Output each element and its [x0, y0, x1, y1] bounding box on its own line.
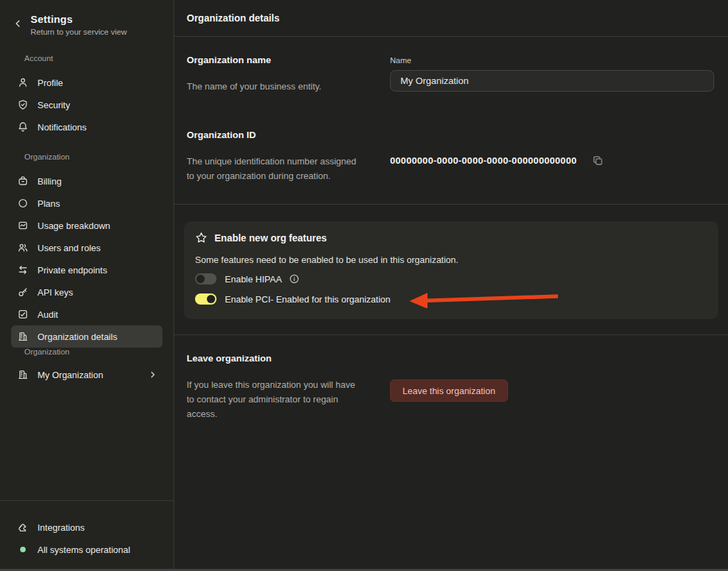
- hipaa-toggle-row: Enable HIPAA: [195, 271, 707, 287]
- sidebar-item-label: Security: [37, 100, 70, 110]
- leave-org-title: Leave organization: [187, 353, 365, 364]
- org-name-section: Organization name The name of your busin…: [187, 55, 714, 94]
- sidebar-item-usage-breakdown[interactable]: Usage breakdown: [11, 214, 162, 237]
- integrations-link[interactable]: Integrations: [11, 516, 162, 538]
- leave-org-button[interactable]: Leave this organization: [390, 380, 508, 402]
- sidebar-item-profile[interactable]: Profile: [11, 71, 162, 94]
- audit-icon: [17, 309, 28, 320]
- billing-icon: [17, 176, 28, 187]
- chevron-left-icon[interactable]: [14, 19, 22, 36]
- org-switcher[interactable]: My Organization: [11, 364, 162, 386]
- settings-subtitle[interactable]: Return to your service view: [31, 28, 127, 36]
- org-switcher-section: Organization My Organization: [0, 348, 173, 386]
- sidebar-item-billing[interactable]: Billing: [11, 170, 162, 192]
- sidebar-item-label: Private endpoints: [37, 265, 107, 275]
- annotation-arrow-icon: [408, 290, 561, 308]
- sidebar-item-label: Audit: [37, 309, 58, 320]
- building-icon: [17, 331, 28, 342]
- hipaa-toggle[interactable]: [195, 273, 217, 284]
- leave-org-description: If you leave this organization you will …: [187, 377, 365, 421]
- building-icon: [17, 369, 28, 380]
- sidebar-item-api-keys[interactable]: API keys: [11, 281, 162, 303]
- org-id-description: The unique identification number assigne…: [187, 154, 365, 183]
- sidebar-header: Settings Return to your service view: [0, 0, 173, 36]
- org-id-title: Organization ID: [187, 130, 365, 140]
- name-field-label: Name: [390, 56, 714, 65]
- circle-icon: [17, 198, 28, 209]
- org-id-value: 00000000-0000-0000-0000-000000000000: [390, 155, 577, 166]
- divider: [174, 204, 728, 205]
- hipaa-toggle-label: Enable HIPAA: [225, 274, 282, 284]
- sidebar-footer: Integrations All systems operational: [0, 500, 173, 561]
- org-switcher-value: My Organization: [37, 370, 103, 380]
- features-title: Enable new org features: [214, 232, 327, 244]
- section-label-organization: Organization: [0, 153, 173, 161]
- integrations-label: Integrations: [37, 522, 85, 533]
- settings-title: Settings: [31, 13, 127, 25]
- org-name-input[interactable]: [390, 70, 714, 92]
- star-icon: [195, 232, 208, 244]
- sidebar-item-label: Notifications: [37, 122, 87, 133]
- org-name-title: Organization name: [187, 55, 365, 65]
- copy-icon[interactable]: [592, 155, 604, 167]
- sidebar-item-private-endpoints[interactable]: Private endpoints: [11, 259, 162, 281]
- bell-icon: [17, 121, 28, 133]
- sidebar-item-label: Profile: [37, 78, 63, 88]
- pci-toggle-row: Enable PCI- Enabled for this organizatio…: [195, 291, 707, 307]
- sidebar-item-label: Organization details: [37, 332, 117, 342]
- status-label: All systems operational: [37, 545, 130, 555]
- chevron-right-icon: [149, 371, 156, 378]
- sidebar: Settings Return to your service view Acc…: [0, 0, 174, 571]
- divider: [174, 334, 728, 335]
- sidebar-item-notifications[interactable]: Notifications: [11, 116, 162, 138]
- features-description: Some features need to be enabled to be u…: [195, 255, 707, 265]
- pci-toggle-label: Enable PCI- Enabled for this organizatio…: [225, 294, 390, 305]
- page-title: Organization details: [174, 0, 728, 37]
- info-icon[interactable]: [289, 273, 300, 284]
- account-nav: Profile Security Notifications: [0, 71, 173, 138]
- sidebar-item-label: Billing: [37, 176, 62, 187]
- org-name-description: The name of your business entity.: [187, 79, 365, 94]
- pci-toggle[interactable]: [195, 293, 217, 305]
- shield-icon: [17, 99, 28, 110]
- sidebar-item-label: Usage breakdown: [37, 221, 110, 231]
- sidebar-item-organization-details[interactable]: Organization details: [11, 325, 162, 348]
- usage-chart-icon: [17, 220, 28, 231]
- sidebar-item-users-and-roles[interactable]: Users and roles: [11, 237, 162, 259]
- sidebar-item-label: API keys: [37, 287, 73, 298]
- user-icon: [17, 77, 28, 88]
- sidebar-item-plans[interactable]: Plans: [11, 192, 162, 214]
- users-icon: [17, 242, 28, 253]
- sidebar-item-label: Plans: [37, 198, 60, 209]
- key-icon: [17, 287, 28, 298]
- sidebar-item-audit[interactable]: Audit: [11, 303, 162, 325]
- puzzle-icon: [17, 522, 28, 533]
- section-label-account: Account: [0, 54, 173, 62]
- sidebar-item-label: Users and roles: [37, 243, 101, 253]
- org-id-section: Organization ID The unique identificatio…: [187, 130, 714, 183]
- status-dot-icon: [20, 547, 26, 552]
- org-switcher-label: Organization: [0, 348, 173, 356]
- leave-org-section: Leave organization If you leave this org…: [187, 353, 714, 421]
- org-features-card: Enable new org features Some features ne…: [184, 221, 718, 319]
- swap-arrows-icon: [17, 264, 28, 275]
- organization-nav: Billing Plans Usage breakdown Users and …: [0, 170, 173, 348]
- system-status[interactable]: All systems operational: [11, 538, 162, 561]
- main-content: Organization details Organization name T…: [174, 0, 728, 571]
- sidebar-item-security[interactable]: Security: [11, 94, 162, 116]
